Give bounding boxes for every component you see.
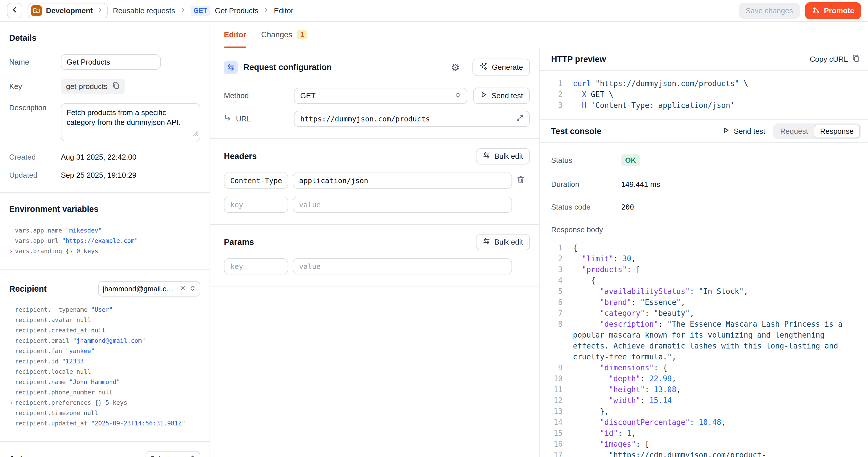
params-bulk-edit-button[interactable]: Bulk edit [476, 234, 530, 250]
breadcrumb-section[interactable]: Reusable requests [113, 6, 175, 15]
method-badge: GET [191, 6, 210, 16]
description-label: Description [9, 103, 61, 112]
code-line: 9 "dimensions": { [539, 362, 868, 373]
recipient-field-row: recipient.id "12333" [15, 356, 200, 367]
tab-editor[interactable]: Editor [224, 22, 246, 48]
actor-select[interactable]: Select user [146, 451, 200, 457]
code-token: : [613, 254, 622, 263]
field-key: recipient.fan [15, 346, 62, 356]
line-number: 7 [539, 308, 563, 318]
line-number: 3 [539, 264, 563, 275]
settings-button[interactable]: ⚙ [451, 63, 460, 72]
copy-key-button[interactable] [112, 82, 120, 91]
copy-icon [852, 54, 860, 64]
request-response-toggle: Request Response [773, 123, 861, 139]
code-token: { [573, 276, 595, 285]
delete-header-button[interactable] [517, 176, 525, 186]
duration-row: Duration 149.441 ms [551, 180, 868, 189]
expand-chevron-icon[interactable]: › [9, 246, 13, 256]
toggle-response[interactable]: Response [814, 125, 860, 138]
project-switcher[interactable]: Development [28, 3, 107, 19]
code-token: 22.99 [649, 374, 672, 383]
line-content: "availabilityStatus": "In Stock", [563, 286, 868, 297]
back-button[interactable] [7, 3, 22, 19]
send-test-button[interactable]: Send test [473, 88, 530, 104]
code-token: : [690, 287, 699, 296]
variable-key: vars.branding [15, 246, 62, 256]
http-preview-title: HTTP preview [551, 55, 810, 64]
line-number: 3 [539, 100, 563, 111]
generate-button[interactable]: Generate [472, 59, 530, 76]
request-configuration-header: Request configuration ⚙ Generate [224, 59, 530, 76]
header-value-field[interactable] [293, 173, 512, 189]
breadcrumb-item[interactable]: Get Products [215, 6, 259, 15]
code-token: "description" [600, 320, 658, 328]
code-token: "https://dummyjson.com/products" [595, 79, 739, 88]
headers-bulk-edit-button[interactable]: Bulk edit [476, 148, 530, 164]
name-row: Name [9, 54, 200, 70]
line-number: 2 [539, 89, 563, 100]
method-select[interactable]: GET [294, 88, 467, 104]
recipient-field-row: recipient.phone_number null [15, 387, 200, 398]
save-changes-button[interactable]: Save changes [739, 3, 800, 19]
code-token: "height" [609, 385, 645, 394]
elbow-arrow-icon [224, 114, 231, 124]
breadcrumb: Reusable requests GET Get Products Edito… [113, 6, 293, 16]
promote-button[interactable]: Promote [805, 2, 861, 19]
line-number: 2 [539, 253, 563, 264]
url-field[interactable]: https://dummyjson.com/products [294, 111, 530, 127]
environment-variables-title: Environment variables [9, 204, 200, 214]
project-name: Development [46, 6, 93, 15]
line-number: 11 [539, 384, 563, 395]
url-row: URL https://dummyjson.com/products [224, 111, 530, 127]
code-token: "availabilityStatus" [600, 287, 690, 296]
field-value: "12333" [62, 356, 88, 367]
name-field[interactable] [61, 54, 161, 70]
line-number: 13 [539, 406, 563, 417]
header-value-field-empty[interactable] [293, 196, 512, 213]
test-console-header: Test console Send test Request Response [539, 120, 868, 143]
curl-code-block: 1 curl "https://dummyjson.com/products" … [539, 71, 868, 120]
line-number: 17 [539, 450, 563, 457]
field-value: "John Hammond" [69, 377, 120, 387]
code-token: 10.48 [699, 418, 721, 427]
expand-chevron-icon[interactable]: › [9, 398, 13, 408]
status-label: Status [551, 156, 621, 165]
actor-section: Actor Select user [0, 442, 210, 457]
changes-count-badge: 1 [297, 30, 307, 39]
field-key: recipient.__typename [15, 305, 88, 315]
field-key: recipient.timezone [15, 408, 81, 418]
clear-recipient-button[interactable] [180, 284, 186, 293]
field-value: null [76, 367, 91, 377]
header-key-field-empty[interactable] [224, 196, 288, 213]
code-token: { [573, 243, 578, 252]
line-number: 1 [539, 78, 563, 89]
console-send-test-button[interactable]: Send test [722, 127, 765, 136]
code-token [573, 385, 609, 394]
gear-icon: ⚙ [451, 62, 460, 73]
copy-curl-button[interactable]: Copy cURL [810, 54, 860, 64]
line-content: "width": 15.14 [563, 395, 868, 406]
code-line: 2 "limit": 30, [539, 253, 868, 264]
updated-value: Sep 25 2025, 19:10:29 [61, 171, 200, 180]
editor-column: Request configuration ⚙ Generate Method [210, 48, 539, 457]
code-token: , [721, 418, 726, 427]
description-field[interactable]: Fetch products from a specific category … [61, 103, 200, 141]
test-console-title: Test console [551, 127, 722, 136]
key-chip: get-products [61, 79, 125, 94]
toggle-request[interactable]: Request [774, 125, 814, 138]
header-key-field[interactable] [224, 173, 288, 189]
expand-url-button[interactable] [516, 114, 524, 124]
recipient-select[interactable]: jhammond@gmail.com [98, 281, 200, 297]
status-code-row: Status code 200 [551, 203, 868, 212]
param-key-field-empty[interactable] [224, 258, 288, 274]
line-content: "category": "beauty", [563, 308, 868, 318]
field-key: recipient.name [15, 377, 66, 387]
code-line: 10 "depth": 22.99, [539, 373, 868, 384]
method-select-value: GET [300, 91, 450, 100]
code-token: : [645, 309, 654, 317]
param-value-field-empty[interactable] [293, 258, 512, 274]
recipient-field-row: recipient.locale null [15, 367, 200, 377]
tab-changes[interactable]: Changes 1 [261, 22, 307, 48]
code-line: 7 "category": "beauty", [539, 308, 868, 318]
